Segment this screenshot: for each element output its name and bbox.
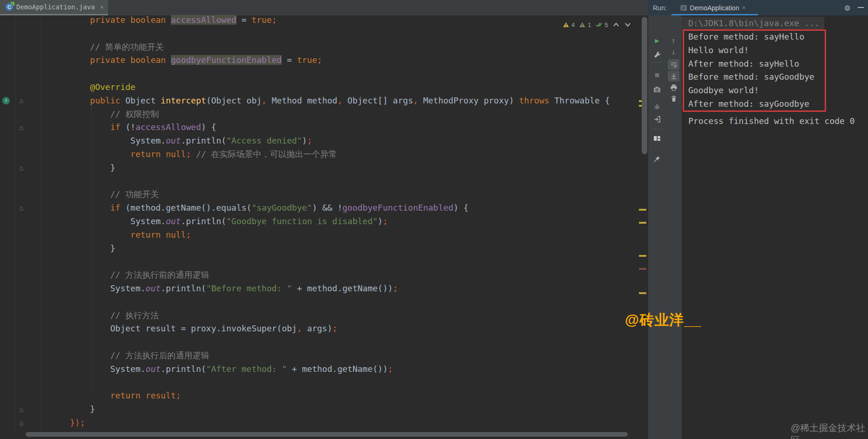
code-line[interactable]: private boolean goodbyeFunctionEnabled =…	[70, 54, 610, 67]
code-line[interactable]	[70, 67, 610, 81]
clear-console-button[interactable]	[670, 95, 678, 103]
code-line[interactable]: System.out.println("Before method: " + m…	[70, 282, 610, 295]
code-line[interactable]: return null; // 在实际场景中，可以抛出一个异常	[70, 148, 610, 161]
fold-marker-icon[interactable]: ⌂	[17, 96, 26, 105]
stop-button[interactable]: ■	[653, 70, 661, 79]
stripe-warning-mark[interactable]	[639, 292, 646, 294]
gear-icon[interactable]: ⚙	[845, 2, 850, 13]
override-method-icon[interactable]: ↑	[2, 97, 10, 104]
run-tab-demoapplication[interactable]: DemoApplication ×	[677, 0, 748, 15]
process-exit-line: Process finished with exit code 0	[688, 115, 855, 128]
run-console[interactable]: D:\JDK1.8\bin\java.exe ... Before method…	[682, 15, 868, 439]
code-line[interactable]	[70, 376, 610, 390]
tab-title: DemoApplication.java	[16, 3, 95, 11]
console-line: Before method: sayGoodbye	[688, 70, 814, 84]
fold-marker-icon[interactable]: ⌂	[17, 405, 26, 414]
run-tab-title: DemoApplication	[690, 4, 739, 12]
up-stack-trace-button[interactable]: ↑	[669, 36, 678, 45]
java-class-icon: C	[6, 3, 13, 11]
tab-close-icon[interactable]: ×	[100, 3, 104, 11]
code-line[interactable]: return null;	[70, 228, 610, 242]
console-toolbar: ↑ ↓	[665, 15, 682, 439]
run-tab-close-icon[interactable]: ×	[742, 4, 746, 11]
code-line[interactable]: // 方法执行后的通用逻辑	[70, 349, 610, 363]
fold-marker-icon[interactable]: ⌂	[17, 204, 26, 213]
code-line[interactable]: }	[70, 403, 610, 416]
code-area[interactable]: private boolean accessAllowed = true; //…	[70, 14, 610, 430]
trash-icon	[670, 95, 678, 103]
down-stack-trace-button[interactable]: ↓	[669, 48, 678, 56]
stripe-warning-mark[interactable]	[639, 255, 646, 257]
code-line[interactable]: // 简单的功能开关	[70, 41, 610, 54]
code-line[interactable]: if (!accessAllowed) {	[70, 121, 610, 134]
code-line[interactable]	[70, 27, 610, 41]
printer-icon	[670, 84, 678, 91]
enter-icon	[653, 116, 661, 123]
vertical-scrollbar[interactable]	[642, 17, 647, 154]
code-line[interactable]: // 方法执行前的通用逻辑	[70, 268, 610, 282]
code-line[interactable]	[70, 295, 610, 309]
run-settings-button[interactable]	[653, 51, 661, 59]
code-line[interactable]	[70, 336, 610, 349]
console-line: After method: sayHello	[688, 57, 814, 71]
author-watermark: @砖业洋__	[625, 310, 701, 330]
code-line[interactable]: System.out.println("Access denied");	[70, 134, 610, 148]
code-line[interactable]	[70, 255, 610, 268]
console-icon	[680, 4, 687, 12]
console-line: Goodbye world!	[688, 84, 814, 97]
run-label: Run:	[653, 4, 667, 12]
soft-wrap-toggle[interactable]	[668, 59, 679, 70]
code-line[interactable]: private boolean accessAllowed = true;	[70, 14, 610, 27]
bug-icon	[653, 103, 661, 110]
gutter-separator-2	[41, 15, 41, 433]
console-output: Before method: sayHelloHello world!After…	[688, 30, 814, 111]
fold-marker-icon[interactable]: ⌂	[17, 419, 26, 427]
restore-layout-button[interactable]	[653, 134, 661, 143]
code-line[interactable]: }	[70, 242, 610, 255]
inspection-widget[interactable]: 4 1 5	[563, 21, 631, 29]
scroll-to-end-icon	[670, 73, 678, 80]
horizontal-scrollbar[interactable]	[26, 432, 628, 437]
code-line[interactable]: });	[70, 416, 610, 430]
run-panel-header: Run: DemoApplication ×	[648, 0, 868, 15]
prev-warning-icon[interactable]	[612, 21, 620, 28]
stripe-warning-mark[interactable]	[639, 209, 646, 211]
code-line[interactable]: @Override	[70, 81, 610, 94]
code-line[interactable]: System.out.println("After method: " + me…	[70, 363, 610, 376]
console-line: After method: sayGoodbye	[688, 97, 814, 111]
scroll-to-end-toggle[interactable]	[668, 71, 679, 82]
fold-marker-icon[interactable]: ⌂	[17, 164, 26, 172]
warning-icon	[563, 21, 570, 28]
gutter-separator	[15, 15, 15, 433]
debug-disabled-button[interactable]	[653, 103, 661, 111]
print-button[interactable]	[670, 83, 678, 92]
pin-tab-button[interactable]	[653, 155, 661, 163]
snapshot-button[interactable]	[653, 85, 661, 94]
code-line[interactable]: }	[70, 161, 610, 175]
next-warning-icon[interactable]	[624, 21, 631, 28]
code-line[interactable]: Object result = proxy.invokeSuper(obj, a…	[70, 322, 610, 336]
code-line[interactable]: // 权限控制	[70, 108, 610, 121]
code-line[interactable]	[70, 175, 610, 188]
checks-icon	[595, 21, 603, 28]
code-line[interactable]: if (method.getName().equals("sayGoodbye"…	[70, 201, 610, 215]
stripe-warning-mark[interactable]	[639, 222, 646, 224]
hide-panel-icon[interactable]	[858, 7, 864, 8]
code-line[interactable]: // 功能开关	[70, 188, 610, 201]
show-running-list-button[interactable]	[653, 115, 661, 123]
rerun-button[interactable]: ▶	[653, 36, 661, 45]
tab-demoapplication-java[interactable]: C DemoApplication.java ×	[0, 0, 108, 14]
fold-marker-icon[interactable]: ⌂	[17, 123, 26, 132]
code-line[interactable]: System.out.println("Goodbye function is …	[70, 215, 610, 228]
toolbar-separator	[651, 62, 663, 63]
soft-wrap-icon	[670, 61, 678, 69]
console-line: Before method: sayHello	[688, 30, 814, 44]
wrench-icon	[653, 51, 661, 59]
ide-window: C DemoApplication.java × private boolean…	[0, 0, 868, 439]
code-line[interactable]: // 执行方法	[70, 309, 610, 322]
toolbar-separator	[651, 129, 663, 129]
stripe-mark-red[interactable]	[639, 268, 646, 270]
code-line[interactable]: public Object intercept(Object obj, Meth…	[70, 94, 610, 108]
console-command-line[interactable]: D:\JDK1.8\bin\java.exe ...	[682, 17, 824, 29]
code-line[interactable]: return result;	[70, 389, 610, 403]
